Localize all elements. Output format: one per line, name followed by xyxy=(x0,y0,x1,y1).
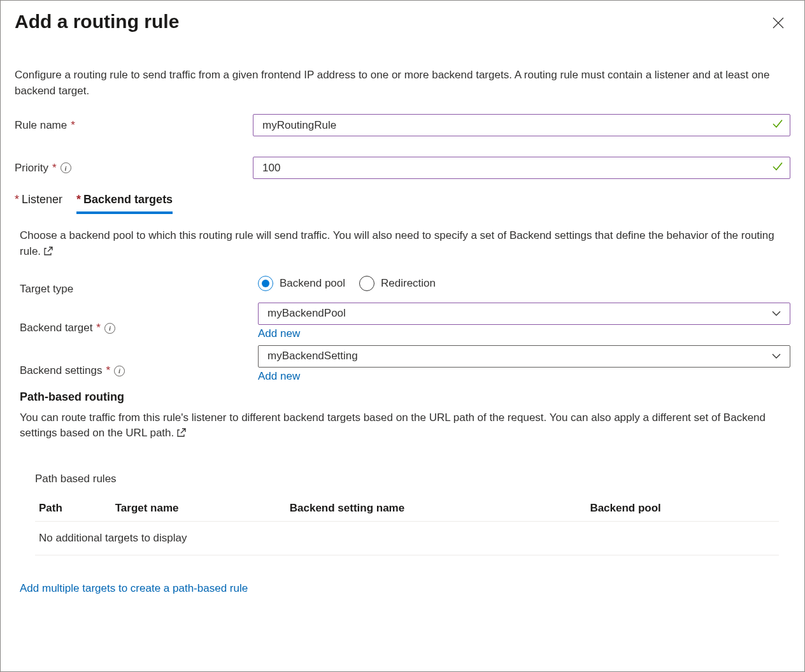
tab-backend-targets[interactable]: * Backend targets xyxy=(76,190,173,214)
col-backend-pool[interactable]: Backend pool xyxy=(586,496,779,522)
select-value: myBackendPool xyxy=(267,307,346,320)
priority-label: Priority xyxy=(15,162,48,175)
external-link-icon[interactable] xyxy=(177,426,186,442)
required-indicator: * xyxy=(76,193,81,206)
priority-input[interactable] xyxy=(253,157,790,179)
backend-intro: Choose a backend pool to which this rout… xyxy=(15,228,790,260)
select-value: myBackendSetting xyxy=(267,350,358,362)
chevron-down-icon xyxy=(772,350,781,362)
col-path[interactable]: Path xyxy=(35,496,111,522)
path-rules-table: Path Target name Backend setting name Ba… xyxy=(35,496,779,555)
radio-icon xyxy=(359,276,374,291)
backend-settings-label: Backend settings xyxy=(20,364,102,377)
chevron-down-icon xyxy=(772,307,781,320)
path-table-title: Path based rules xyxy=(35,473,779,485)
radio-label: Redirection xyxy=(381,277,436,290)
close-button[interactable] xyxy=(773,17,784,31)
info-icon[interactable]: i xyxy=(61,162,71,173)
path-routing-text-span: You can route traffic from this rule's l… xyxy=(20,411,766,440)
required-indicator: * xyxy=(52,162,57,175)
table-empty-msg: No additional targets to display xyxy=(35,521,779,555)
path-routing-heading: Path-based routing xyxy=(20,390,790,404)
tabs: * Listener * Backend targets xyxy=(15,190,790,214)
required-indicator: * xyxy=(15,193,19,206)
page-title: Add a routing rule xyxy=(15,11,179,32)
radio-icon xyxy=(258,276,273,291)
path-routing-text: You can route traffic from this rule's l… xyxy=(15,410,790,442)
backend-target-select[interactable]: myBackendPool xyxy=(258,303,790,325)
radio-label: Backend pool xyxy=(280,277,345,290)
required-indicator: * xyxy=(96,322,101,334)
info-icon[interactable]: i xyxy=(104,323,115,334)
rule-name-label: Rule name xyxy=(15,119,67,132)
required-indicator: * xyxy=(71,119,75,132)
close-icon xyxy=(773,17,784,29)
rule-name-input[interactable] xyxy=(253,114,790,136)
checkmark-icon xyxy=(771,160,784,176)
radio-redirection[interactable]: Redirection xyxy=(359,276,436,291)
external-link-icon[interactable] xyxy=(44,245,53,261)
table-row: No additional targets to display xyxy=(35,521,779,555)
col-backend-setting-name[interactable]: Backend setting name xyxy=(286,496,587,522)
backend-settings-select[interactable]: myBackendSetting xyxy=(258,345,790,368)
add-new-backend-target-link[interactable]: Add new xyxy=(258,327,300,340)
add-path-rule-link[interactable]: Add multiple targets to create a path-ba… xyxy=(20,582,790,595)
add-new-backend-settings-link[interactable]: Add new xyxy=(258,370,300,383)
checkmark-icon xyxy=(771,117,784,133)
backend-intro-text: Choose a backend pool to which this rout… xyxy=(20,229,774,257)
backend-target-label: Backend target xyxy=(20,322,92,334)
tab-label: Listener xyxy=(22,193,62,206)
tab-label: Backend targets xyxy=(83,193,173,206)
required-indicator: * xyxy=(106,364,110,377)
page-description: Configure a routing rule to send traffic… xyxy=(15,68,790,99)
radio-backend-pool[interactable]: Backend pool xyxy=(258,276,345,291)
col-target-name[interactable]: Target name xyxy=(111,496,286,522)
tab-listener[interactable]: * Listener xyxy=(15,190,62,214)
target-type-label: Target type xyxy=(20,283,73,296)
info-icon[interactable]: i xyxy=(114,366,125,376)
